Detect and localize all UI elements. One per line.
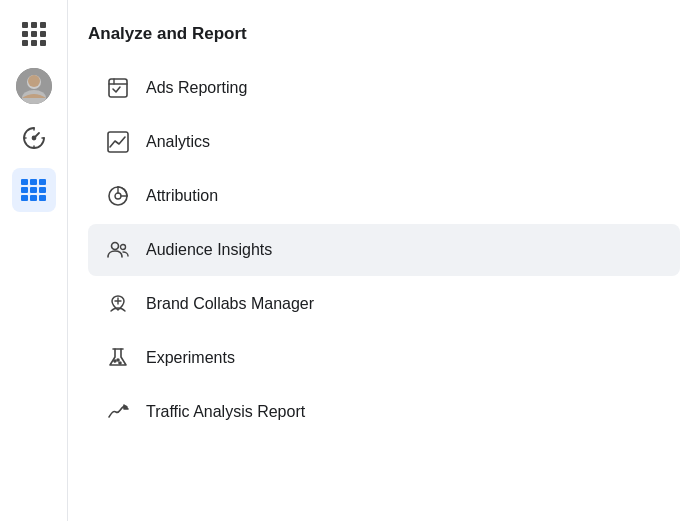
svg-point-12 — [121, 245, 126, 250]
svg-point-14 — [114, 360, 116, 362]
sidebar-icon-dashboard[interactable] — [12, 116, 56, 160]
table-icon — [21, 179, 46, 201]
menu-item-attribution[interactable]: Attribution — [88, 170, 680, 222]
sidebar-icon-apps[interactable] — [12, 12, 56, 56]
experiments-label: Experiments — [146, 349, 235, 367]
menu-item-analytics[interactable]: Analytics — [88, 116, 680, 168]
grid-icon — [22, 22, 46, 46]
avatar — [16, 68, 52, 104]
sidebar-icon-profile[interactable] — [12, 64, 56, 108]
audience-insights-label: Audience Insights — [146, 241, 272, 259]
svg-point-8 — [115, 193, 121, 199]
svg-rect-6 — [108, 132, 128, 152]
attribution-icon — [104, 182, 132, 210]
svg-point-11 — [112, 243, 119, 250]
menu-item-brand-collabs[interactable]: Brand Collabs Manager — [88, 278, 680, 330]
menu-item-experiments[interactable]: Experiments — [88, 332, 680, 384]
svg-point-3 — [28, 75, 40, 87]
traffic-analysis-icon — [104, 398, 132, 426]
analytics-label: Analytics — [146, 133, 210, 151]
brand-collabs-icon — [104, 290, 132, 318]
audience-insights-icon — [104, 236, 132, 264]
svg-point-15 — [119, 362, 121, 364]
svg-point-16 — [117, 359, 119, 361]
main-panel: Analyze and Report Ads Reporting — [68, 0, 700, 521]
menu-item-traffic-analysis[interactable]: Traffic Analysis Report — [88, 386, 680, 438]
sidebar-icon-table[interactable] — [12, 168, 56, 212]
svg-rect-5 — [109, 79, 127, 97]
analytics-icon — [104, 128, 132, 156]
ads-reporting-label: Ads Reporting — [146, 79, 247, 97]
menu-item-ads-reporting[interactable]: Ads Reporting — [88, 62, 680, 114]
attribution-label: Attribution — [146, 187, 218, 205]
ads-reporting-icon — [104, 74, 132, 102]
menu-item-audience-insights[interactable]: Audience Insights — [88, 224, 680, 276]
brand-collabs-label: Brand Collabs Manager — [146, 295, 314, 313]
traffic-analysis-label: Traffic Analysis Report — [146, 403, 305, 421]
gauge-icon — [22, 126, 46, 150]
menu-list: Ads Reporting Analytics — [88, 62, 680, 438]
section-title: Analyze and Report — [88, 24, 680, 44]
sidebar — [0, 0, 68, 521]
experiments-icon — [104, 344, 132, 372]
